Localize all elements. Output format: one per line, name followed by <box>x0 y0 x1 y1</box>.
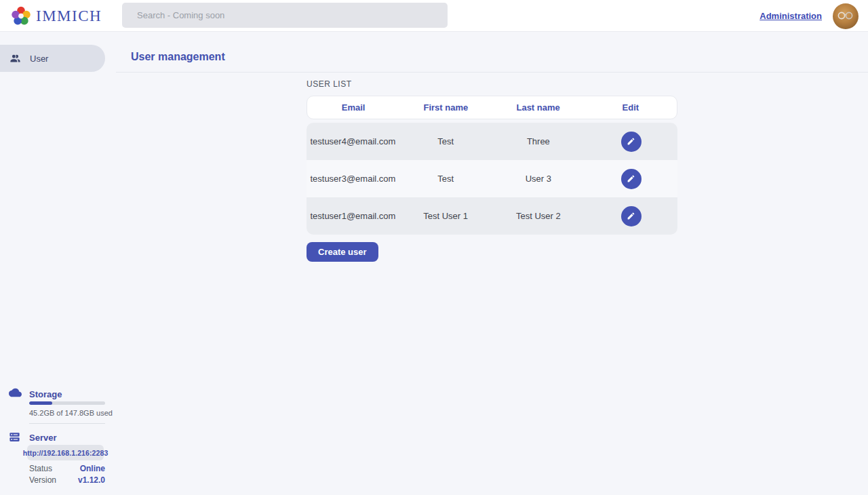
title-divider <box>116 72 868 73</box>
user-table-header: Email First name Last name Edit <box>307 96 677 119</box>
col-header-first-name: First name <box>399 96 492 119</box>
cell-first-name: Test <box>399 123 492 160</box>
cell-last-name: Test User 2 <box>492 197 585 235</box>
server-title: Server <box>29 433 56 443</box>
cell-email: testuser1@email.com <box>307 197 399 235</box>
storage-title: Storage <box>29 389 62 399</box>
status-value: Online <box>80 464 105 473</box>
storage-usage-text: 45.2GB of 147.8GB used <box>29 409 113 417</box>
table-row: testuser3@email.com Test User 3 <box>307 160 677 197</box>
brand-name: IMMICH <box>36 7 102 25</box>
storage-progress <box>29 401 105 405</box>
cell-email: testuser3@email.com <box>307 160 399 197</box>
glasses-decoration <box>837 11 854 20</box>
administration-link[interactable]: Administration <box>760 11 822 21</box>
page-title: User management <box>131 51 225 63</box>
cell-last-name: User 3 <box>492 160 585 197</box>
sidebar-divider <box>29 423 105 424</box>
cell-last-name: Three <box>492 123 585 160</box>
users-icon <box>9 53 21 64</box>
pencil-icon <box>627 174 635 183</box>
search-bar <box>122 3 448 28</box>
cloud-icon <box>9 388 22 400</box>
user-avatar[interactable] <box>833 3 859 29</box>
server-icon <box>9 431 20 446</box>
cell-first-name: Test User 1 <box>399 197 492 235</box>
edit-user-button[interactable] <box>621 132 642 152</box>
cell-email: testuser4@email.com <box>307 123 399 160</box>
cell-first-name: Test <box>399 160 492 197</box>
edit-user-button[interactable] <box>621 206 642 226</box>
sidebar-item-user[interactable]: User <box>0 45 105 72</box>
immich-logo-icon <box>11 6 31 26</box>
server-url-badge: http://192.168.1.216:2283 <box>27 445 104 460</box>
server-version-row: Version v1.12.0 <box>29 475 105 485</box>
col-header-edit: Edit <box>585 96 677 119</box>
table-row: testuser1@email.com Test User 1 Test Use… <box>307 197 677 235</box>
pencil-icon <box>627 137 635 146</box>
edit-user-button[interactable] <box>621 169 642 189</box>
server-status-row: Status Online <box>29 464 105 473</box>
create-user-button[interactable]: Create user <box>307 242 378 262</box>
user-list-label: USER LIST <box>307 79 352 89</box>
col-header-email: Email <box>307 96 399 119</box>
brand-home-link[interactable]: IMMICH <box>11 5 102 27</box>
search-input[interactable] <box>122 3 448 28</box>
pencil-icon <box>627 212 635 220</box>
col-header-last-name: Last name <box>492 96 585 119</box>
table-row: testuser4@email.com Test Three <box>307 123 677 160</box>
status-label: Status <box>29 464 52 473</box>
user-table-body: testuser4@email.com Test Three testuser3… <box>307 123 677 235</box>
top-nav: IMMICH Administration <box>0 0 868 32</box>
version-value: v1.12.0 <box>78 475 105 485</box>
nav-right: Administration <box>760 0 859 32</box>
sidebar-item-label: User <box>30 54 48 64</box>
version-label: Version <box>29 475 56 485</box>
storage-progress-fill <box>29 401 52 405</box>
